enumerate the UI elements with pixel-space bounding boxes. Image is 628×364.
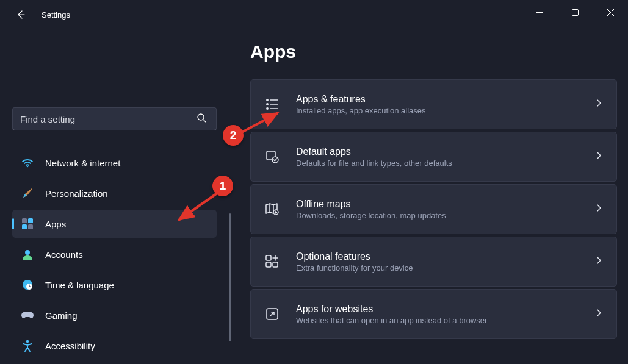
svg-point-11: [267, 99, 268, 101]
chevron-right-icon: [594, 204, 603, 215]
main-panel: Apps Apps & features Installed apps, app…: [220, 44, 617, 364]
page-heading: Apps: [250, 41, 617, 62]
svg-point-7: [25, 250, 30, 255]
sidebar-item-time-language[interactable]: Time & language: [12, 271, 217, 299]
sidebar-item-apps[interactable]: Apps: [12, 210, 217, 238]
paintbrush-icon: [21, 187, 34, 200]
sidebar-item-accessibility[interactable]: Accessibility: [12, 332, 217, 360]
annotation-step-1: 1: [212, 176, 233, 196]
maximize-icon: [572, 9, 579, 16]
svg-rect-5: [22, 224, 27, 229]
chevron-right-icon: [594, 256, 603, 267]
sidebar-item-label: Gaming: [45, 310, 78, 321]
close-icon: [607, 9, 614, 16]
window-controls: [522, 0, 628, 24]
svg-point-10: [26, 340, 29, 343]
card-apps-for-websites[interactable]: Apps for websites Websites that can open…: [250, 289, 617, 339]
card-optional-features[interactable]: Optional features Extra functionality fo…: [250, 237, 617, 287]
shield-check-icon: [264, 150, 280, 163]
card-text: Default apps Defaults for file and link …: [296, 146, 579, 168]
card-text: Apps & features Installed apps, app exec…: [296, 94, 579, 115]
card-title: Default apps: [296, 146, 579, 157]
card-apps-features[interactable]: Apps & features Installed apps, app exec…: [250, 79, 617, 129]
sidebar-scrollbar[interactable]: [229, 213, 231, 341]
sidebar-item-label: Apps: [45, 219, 66, 229]
titlebar: Settings: [0, 0, 628, 29]
settings-cards: Apps & features Installed apps, app exec…: [250, 79, 617, 339]
card-title: Apps for websites: [296, 304, 579, 315]
svg-rect-6: [28, 224, 33, 229]
sidebar-item-label: Network & internet: [45, 158, 120, 168]
card-subtitle: Extra functionality for your device: [296, 263, 579, 273]
card-subtitle: Defaults for file and link types, other …: [296, 159, 579, 168]
annotation-step-2: 2: [223, 125, 244, 146]
back-button[interactable]: [11, 5, 31, 24]
chevron-right-icon: [594, 151, 603, 162]
sidebar-item-network[interactable]: Network & internet: [12, 149, 217, 177]
add-tile-icon: [264, 255, 280, 268]
card-offline-maps[interactable]: Offline maps Downloads, storage location…: [250, 184, 617, 234]
card-text: Apps for websites Websites that can open…: [296, 304, 579, 325]
sidebar-item-accounts[interactable]: Accounts: [12, 240, 217, 268]
card-title: Offline maps: [296, 199, 579, 210]
svg-point-12: [267, 104, 268, 105]
chevron-right-icon: [594, 309, 603, 319]
svg-rect-0: [572, 9, 578, 15]
svg-point-13: [267, 108, 268, 109]
map-icon: [264, 202, 280, 216]
card-subtitle: Websites that can open in an app instead…: [296, 316, 579, 325]
svg-rect-17: [266, 255, 271, 260]
content-area: Network & internet Personalization Apps …: [0, 29, 628, 364]
sidebar-nav: Network & internet Personalization Apps …: [12, 149, 220, 360]
sidebar-item-gaming[interactable]: Gaming: [12, 301, 217, 329]
card-title: Optional features: [296, 251, 579, 262]
minimize-icon: [536, 9, 543, 16]
sidebar-item-label: Accounts: [45, 249, 83, 260]
card-subtitle: Downloads, storage location, map updates: [296, 211, 579, 220]
wifi-icon: [21, 156, 34, 170]
card-default-apps[interactable]: Default apps Defaults for file and link …: [250, 132, 617, 182]
search-box[interactable]: [12, 107, 217, 130]
minimize-button[interactable]: [522, 0, 557, 24]
gamepad-icon: [21, 309, 34, 322]
sidebar-item-personalization[interactable]: Personalization: [12, 179, 217, 207]
window-title: Settings: [42, 10, 70, 20]
card-text: Optional features Extra functionality fo…: [296, 251, 579, 273]
chevron-right-icon: [594, 99, 603, 110]
sidebar-item-label: Time & language: [45, 280, 114, 290]
sidebar-item-label: Accessibility: [45, 341, 95, 351]
list-icon: [264, 98, 280, 111]
open-external-icon: [264, 307, 280, 321]
svg-rect-19: [273, 262, 278, 267]
search-icon: [197, 113, 206, 125]
person-icon: [21, 248, 34, 261]
svg-rect-4: [28, 218, 33, 223]
svg-rect-18: [266, 262, 271, 267]
card-subtitle: Installed apps, app execution aliases: [296, 106, 579, 115]
accessibility-icon: [21, 339, 34, 352]
maximize-button[interactable]: [557, 0, 593, 24]
svg-rect-3: [22, 218, 27, 223]
svg-point-2: [27, 166, 29, 168]
card-title: Apps & features: [296, 94, 579, 105]
card-text: Offline maps Downloads, storage location…: [296, 199, 579, 220]
back-arrow-icon: [16, 10, 26, 20]
search-input[interactable]: [20, 108, 193, 130]
sidebar-item-label: Personalization: [45, 188, 108, 199]
svg-point-1: [198, 114, 204, 120]
close-button[interactable]: [593, 0, 628, 24]
apps-icon: [21, 217, 34, 230]
sidebar: Network & internet Personalization Apps …: [12, 44, 220, 364]
globe-clock-icon: [21, 278, 34, 291]
